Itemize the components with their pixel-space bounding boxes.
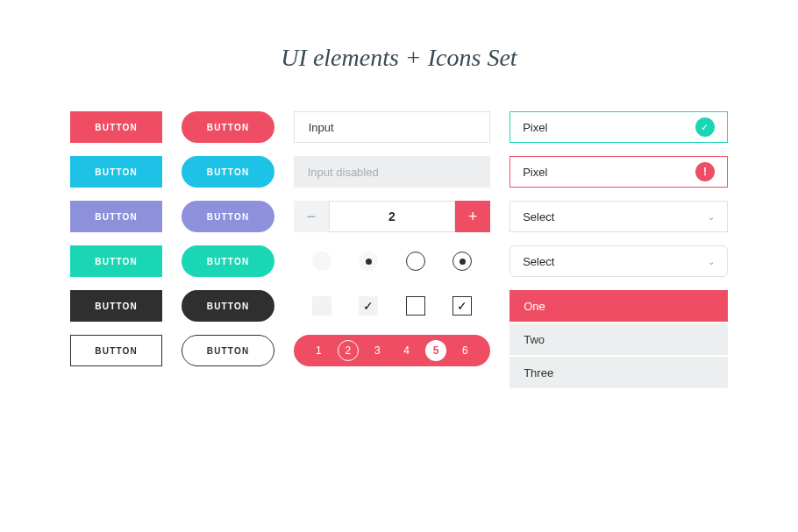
page-2[interactable]: 2 [338,340,359,361]
select-success[interactable]: Pixel ✓ [509,111,728,143]
page-5[interactable]: 5 [425,340,446,361]
button-black-pill[interactable]: BUTTON [182,290,274,322]
select-value: Pixel [523,121,547,134]
checkbox-unchecked-grey[interactable] [312,296,331,316]
pagination: 1 2 3 4 5 6 [294,335,490,366]
radio-checked-grey[interactable] [359,252,378,271]
page-1[interactable]: 1 [308,340,329,361]
success-icon: ✓ [695,117,715,137]
page-3[interactable]: 3 [367,340,388,361]
dropdown-item[interactable]: Three [509,357,728,388]
select-value: Select [523,255,554,268]
page-title: UI elements + Icons Set [70,44,728,72]
select-default[interactable]: Select ⌄ [509,201,728,232]
button-cyan-rect[interactable]: BUTTON [70,156,162,188]
dropdown-item[interactable]: Two [509,323,728,355]
chevron-down-icon: ⌄ [708,257,715,266]
page-4[interactable]: 4 [396,340,417,361]
stepper-minus-button[interactable]: − [294,201,329,232]
rect-buttons-column: BUTTON BUTTON BUTTON BUTTON BUTTON BUTTO… [70,111,162,388]
check-icon: ✓ [457,299,467,313]
dropdown-list: One Two Three [509,290,728,388]
number-stepper: − 2 + [294,201,490,232]
radio-dot-icon [460,259,466,265]
checkbox-unchecked-outline[interactable] [406,296,425,316]
button-red-rect[interactable]: BUTTON [70,111,162,143]
button-purple-pill[interactable]: BUTTON [182,201,274,232]
button-black-rect[interactable]: BUTTON [70,290,162,322]
form-controls-column: Input Input disabled − 2 + ✓ ✓ 1 2 3 4 5… [294,111,490,388]
button-cyan-pill[interactable]: BUTTON [182,156,274,188]
text-input[interactable]: Input [294,111,490,143]
radio-dot-icon [366,259,372,265]
button-red-pill[interactable]: BUTTON [182,111,274,143]
select-value: Select [523,210,554,223]
check-icon: ✓ [363,299,374,313]
error-icon: ! [695,162,715,181]
checkbox-checked-grey[interactable]: ✓ [359,296,378,316]
stepper-value: 2 [329,201,455,232]
pill-buttons-column: BUTTON BUTTON BUTTON BUTTON BUTTON BUTTO… [182,111,274,388]
select-value: Pixel [523,166,547,179]
button-outline-pill[interactable]: BUTTON [182,335,274,366]
button-outline-rect[interactable]: BUTTON [70,335,162,366]
checkbox-row: ✓ ✓ [294,290,490,322]
text-input-disabled: Input disabled [294,156,490,188]
radio-checked-outline[interactable] [452,252,472,271]
select-error[interactable]: Pixel ! [509,156,728,188]
radio-row [294,245,490,277]
radio-unchecked-grey[interactable] [312,252,331,271]
button-purple-rect[interactable]: BUTTON [70,201,162,232]
selects-column: Pixel ✓ Pixel ! Select ⌄ Select ⌄ One Tw… [509,111,728,388]
dropdown-item-active[interactable]: One [509,290,728,322]
ui-kit-grid: BUTTON BUTTON BUTTON BUTTON BUTTON BUTTO… [70,111,728,388]
page-6[interactable]: 6 [454,340,475,361]
radio-unchecked-outline[interactable] [406,252,425,271]
button-teal-pill[interactable]: BUTTON [182,245,274,277]
select-rounded[interactable]: Select ⌄ [509,245,728,277]
button-teal-rect[interactable]: BUTTON [70,245,162,277]
checkbox-checked-outline[interactable]: ✓ [452,296,472,316]
chevron-down-icon: ⌄ [708,212,715,222]
stepper-plus-button[interactable]: + [455,201,490,232]
